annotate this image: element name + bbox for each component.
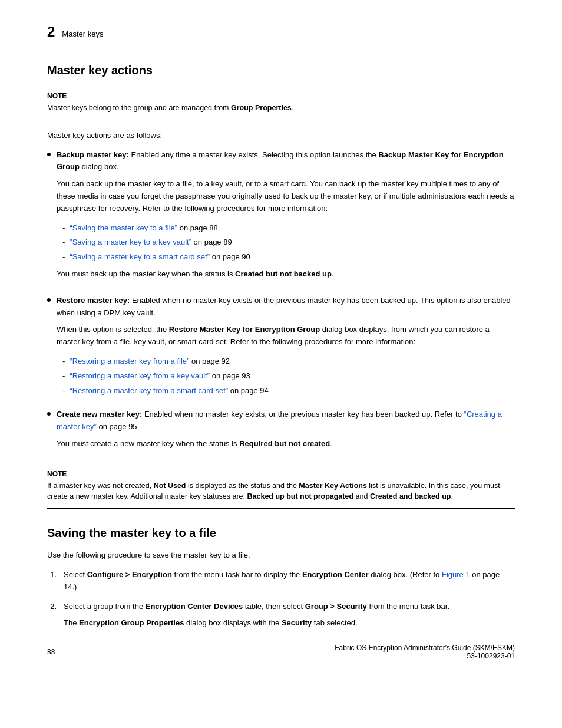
section-saving-master-key: Saving the master key to a file Use the … [47,526,515,635]
bullet-content-1: Backup master key: Enabled any time a ma… [57,149,515,288]
section2-heading: Saving the master key to a file [47,526,515,540]
link-restoring-file[interactable]: “Restoring a master key from a file” [70,357,189,365]
bullet-list: Backup master key: Enabled any time a ma… [47,149,515,457]
dash6: - [62,385,65,397]
sublist2-item3: - “Restoring a master key from a smart c… [57,385,515,397]
chapter-title: Master keys [62,29,103,38]
step1-bold2: Encryption Center [302,570,369,579]
note2-bold3: Backed up but not propagated [247,492,354,500]
dash5: - [62,370,65,383]
dash1: - [62,222,65,235]
note1-text: Master keys belong to the group and are … [47,103,515,114]
section2-intro: Use the following procedure to save the … [47,549,515,562]
chapter-number: 2 [47,24,55,40]
bullet-dot-2 [47,298,51,302]
sublist2-item1: - “Restoring a master key from a file” o… [57,355,515,368]
note1-bold: Group Properties [231,104,292,112]
steps-list: 1. Select Configure > Encryption from th… [47,569,515,635]
page-footer: 88 Fabric OS Encryption Administrator's … [47,644,515,660]
bullet1-desc: Enabled any time a master key exists. Se… [131,150,378,159]
note2-text: If a master key was not created, Not Use… [47,480,515,503]
sublist1-item2: - “Saving a master key to a key vault” o… [57,236,515,249]
link-figure1[interactable]: Figure 1 [442,570,470,579]
section-master-key-actions: Master key actions NOTE Master keys belo… [47,64,515,509]
note2-bold4: Created and backed up [370,492,451,500]
restore-dialog-name: Restore Master Key for Encryption Group [169,325,320,334]
status-required-not-created: Required but not created [239,439,330,448]
sublist2-item2: - “Restoring a master key from a key vau… [57,370,515,383]
section1-heading: Master key actions [47,64,515,77]
dash3: - [62,251,65,263]
note-box-2: NOTE If a master key was not created, No… [47,465,515,509]
step1-content: Select Configure > Encryption from the m… [64,569,515,594]
bullet-dot-1 [47,153,51,156]
status-created-not-backed: Created but not backed up [235,269,332,278]
step2-bold1: Encryption Center Devices [146,602,243,611]
step2-num: 2. [47,601,57,613]
bullet3-term: Create new master key: [57,410,142,419]
step2-content: Select a group from the Encryption Cente… [64,601,515,636]
note2-bold1: Not Used [154,482,186,490]
bullet-item-2: Restore master key: Enabled when no mast… [47,295,515,402]
section1-intro: Master key actions are as follows: [47,130,515,142]
step2-sub-bold1: Encryption Group Properties [79,618,184,627]
link-saving-file[interactable]: “Saving the master key to a file” [70,223,177,232]
note-box-1: NOTE Master keys belong to the group and… [47,87,515,120]
step2-subpara: The Encryption Group Properties dialog b… [64,617,515,630]
link-restoring-vault[interactable]: “Restoring a master key from a key vault… [70,371,210,380]
bullet2-para1: When this option is selected, the Restor… [57,324,515,348]
bullet3-desc: Enabled when no master key exists, or th… [144,410,464,419]
bullet-dot-3 [47,412,51,416]
footer-page-number: 88 [47,648,55,656]
bullet-content-3: Create new master key: Enabled when no m… [57,409,515,457]
link-saving-smartcard[interactable]: “Saving a master key to a smart card set… [70,252,210,261]
step2-sub-bold2: Security [282,618,312,627]
footer-doc-info: Fabric OS Encryption Administrator's Gui… [335,644,515,660]
link-saving-vault[interactable]: “Saving a master key to a key vault” [70,238,191,246]
bullet1-para2: You must back up the master key when the… [57,268,515,281]
footer-doc-number: 53-1002923-01 [335,652,515,660]
dash4: - [62,355,65,368]
bullet-content-2: Restore master key: Enabled when no mast… [57,295,515,402]
bullet2-term: Restore master key: [57,296,130,305]
link-restoring-smartcard[interactable]: “Restoring a master key from a smart car… [70,386,228,395]
step1-num: 1. [47,569,57,581]
note1-label: NOTE [47,92,515,100]
bullet2-sublist: - “Restoring a master key from a file” o… [57,355,515,397]
bullet1-desc2: dialog box. [82,162,119,171]
note2-label: NOTE [47,470,515,478]
step-2: 2. Select a group from the Encryption Ce… [47,601,515,636]
bullet3-desc-post: on page 95. [99,422,140,431]
step-1: 1. Select Configure > Encryption from th… [47,569,515,594]
bullet-item-1: Backup master key: Enabled any time a ma… [47,149,515,288]
bullet3-para: You must create a new master key when th… [57,438,515,450]
sublist1-item3: - “Saving a master key to a smart card s… [57,251,515,263]
footer-doc-title-text: Fabric OS Encryption Administrator's Gui… [335,644,515,652]
bullet1-para1: You can back up the master key to a file… [57,178,515,215]
page-container: 2 Master keys Master key actions NOTE Ma… [0,0,562,678]
dash2: - [62,236,65,249]
chapter-header: 2 Master keys [47,24,515,40]
bullet-item-3: Create new master key: Enabled when no m… [47,409,515,457]
note2-bold2: Master Key Actions [299,482,367,490]
bullet1-term: Backup master key: [57,150,129,159]
bullet1-sublist: - “Saving the master key to a file” on p… [57,222,515,263]
step2-bold2: Group > Security [305,602,367,611]
sublist1-item1: - “Saving the master key to a file” on p… [57,222,515,235]
step1-bold1: Configure > Encryption [87,570,172,579]
